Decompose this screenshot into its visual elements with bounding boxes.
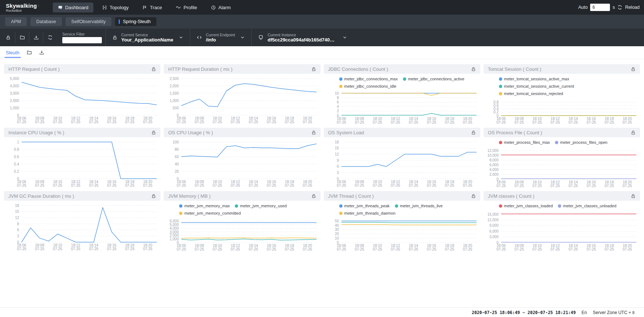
- chart-title: HTTP Request ( Count ): [8, 66, 151, 72]
- page-pill-database[interactable]: Database: [30, 17, 62, 26]
- time-range-picker[interactable]: 2020-07-25 18:06:49 ~ 2020-07-25 18:21:4…: [472, 310, 576, 315]
- svg-text:07-25: 07-25: [445, 183, 454, 187]
- svg-text:07-25: 07-25: [213, 120, 222, 124]
- legend-item[interactable]: meter_jvm_threads_live: [395, 203, 443, 209]
- svg-text:1: 1: [17, 140, 19, 144]
- lock-icon[interactable]: [471, 194, 476, 198]
- svg-text:6: 6: [337, 164, 339, 168]
- chevron-down-icon: [343, 35, 347, 40]
- svg-text:8,000: 8,000: [489, 158, 499, 162]
- lock-icon[interactable]: [471, 130, 476, 135]
- legend-item[interactable]: meter_jvm_memory_committed: [179, 210, 241, 217]
- reload-label[interactable]: Reload: [625, 5, 640, 10]
- legend-item[interactable]: meter_tomcat_sessions_active_current: [499, 83, 574, 90]
- legend-item[interactable]: meter_jvm_memory_used: [235, 203, 286, 209]
- chart-panel: Instance CPU Usage ( % )00.20.40.60.8118…: [4, 128, 160, 186]
- auto-interval-input[interactable]: [590, 4, 610, 11]
- svg-text:07-25: 07-25: [53, 247, 63, 251]
- page-pill-selfobservability[interactable]: SelfObservability: [66, 17, 112, 26]
- svg-text:1,000: 1,000: [10, 106, 19, 110]
- chart-plot: 00.20.40.60.8118:0607-2518:0807-2518:100…: [5, 139, 160, 189]
- current-endpoint-selector[interactable]: Current Endpoint /info: [190, 29, 251, 46]
- current-instance-selector[interactable]: Current Instance df5cc29cca094af4b165d74…: [251, 29, 354, 46]
- lock-templates-icon[interactable]: [1, 32, 15, 43]
- menu-item-trace[interactable]: Trace: [137, 3, 167, 12]
- chart-plot: 0102030405018:0607-2518:0807-2518:1007-2…: [325, 217, 480, 253]
- legend-dot: [555, 141, 558, 144]
- menu-label: Topology: [110, 5, 129, 10]
- lock-icon[interactable]: [311, 130, 316, 135]
- chart-body: 036912151818:0607-2518:0807-2518:1007-25…: [4, 201, 160, 250]
- lock-icon[interactable]: [471, 67, 476, 72]
- svg-text:07-25: 07-25: [622, 120, 632, 124]
- svg-text:07-25: 07-25: [586, 120, 596, 124]
- chart-header: JVM Thread ( Count ): [324, 191, 480, 201]
- lock-icon[interactable]: [151, 194, 156, 198]
- legend-item[interactable]: meter_tomcat_sessions_rejected: [499, 90, 563, 97]
- menu-item-alarm[interactable]: Alarm: [206, 3, 236, 12]
- language-toggle[interactable]: En: [582, 310, 587, 315]
- lock-icon[interactable]: [631, 130, 636, 135]
- chart-title: JVM Thread ( Count ): [328, 193, 471, 199]
- svg-text:07-25: 07-25: [514, 120, 524, 124]
- svg-text:2: 2: [337, 109, 339, 113]
- legend-item[interactable]: meter_process_files_open: [555, 139, 607, 146]
- chart-title: OS CPU Usage ( % ): [168, 130, 311, 135]
- legend-item[interactable]: meter_tomcat_sessions_active_max: [499, 76, 569, 83]
- chart-header: HTTP Request Duration ( ms ): [164, 64, 320, 74]
- legend-label: meter_jvm_threads_peak: [344, 203, 390, 209]
- current-service-selector[interactable]: Current Service Your_ApplicationName: [106, 29, 190, 46]
- menu-item-profile[interactable]: Profile: [171, 3, 202, 12]
- page-pill-spring-sleuth[interactable]: Spring-Sleuth: [115, 17, 156, 26]
- legend-dot: [339, 204, 343, 208]
- svg-text:07-25: 07-25: [213, 247, 222, 251]
- chart-header: JVM classes ( Count ): [484, 191, 640, 201]
- legend-item[interactable]: meter_jvm_memory_max: [179, 203, 230, 209]
- tab-sleuth[interactable]: Sleuth: [6, 46, 19, 59]
- svg-text:1,500: 1,500: [170, 91, 179, 95]
- chart-legend: meter_jvm_threads_peakmeter_jvm_threads_…: [325, 203, 480, 217]
- svg-text:07-25: 07-25: [285, 247, 295, 251]
- legend-item[interactable]: meter_process_files_max: [499, 139, 550, 146]
- svg-text:6: 6: [17, 228, 19, 232]
- alarm-icon: [211, 5, 216, 10]
- chart-legend: meter_process_files_maxmeter_process_fil…: [484, 139, 639, 146]
- legend-item[interactable]: meter_jvm_classes_unloaded: [558, 203, 617, 209]
- svg-text:07-25: 07-25: [409, 120, 418, 124]
- lock-icon[interactable]: [631, 194, 636, 198]
- legend-item[interactable]: meter_jvm_threads_peak: [339, 203, 390, 209]
- page-pill-apm[interactable]: APM: [5, 17, 27, 26]
- chart-body: 05001,0001,5002,0002,50018:0607-2518:080…: [164, 74, 320, 123]
- download-icon[interactable]: [29, 32, 43, 43]
- legend-item[interactable]: meter_jvm_classes_loaded: [499, 203, 553, 209]
- download-icon[interactable]: [39, 50, 44, 55]
- legend-label: meter_jvm_threads_daemon: [344, 210, 396, 217]
- lock-icon[interactable]: [631, 67, 636, 72]
- chart-panel: OS Process File ( Count )meter_process_f…: [484, 128, 640, 186]
- lock-icon[interactable]: [311, 194, 316, 198]
- lock-icon[interactable]: [151, 67, 156, 72]
- footer-bar: 2020-07-25 18:06:49 ~ 2020-07-25 18:21:4…: [0, 307, 644, 317]
- app-logo[interactable]: Skywalking Rocketbot: [6, 3, 40, 12]
- legend-item[interactable]: meter_jdbc_connections_max: [339, 76, 398, 83]
- reload-icon[interactable]: [617, 5, 622, 10]
- lock-icon[interactable]: [311, 67, 316, 72]
- refresh-icon[interactable]: [43, 32, 57, 43]
- zone-value-input[interactable]: 8: [632, 310, 637, 315]
- legend-item[interactable]: meter_jvm_threads_daemon: [339, 210, 396, 217]
- svg-text:07-25: 07-25: [53, 183, 63, 187]
- legend-item[interactable]: meter_jdbc_connections_idle: [339, 83, 396, 90]
- svg-text:07-25: 07-25: [496, 184, 506, 188]
- service-filter-input[interactable]: [62, 37, 102, 43]
- svg-text:07-25: 07-25: [303, 183, 312, 187]
- svg-text:07-25: 07-25: [604, 120, 614, 124]
- lock-icon[interactable]: [151, 130, 156, 135]
- menu-item-topology[interactable]: Topology: [97, 3, 134, 12]
- folder-icon[interactable]: [27, 50, 32, 55]
- folder-icon[interactable]: [15, 32, 29, 43]
- svg-text:07-25: 07-25: [427, 120, 436, 124]
- legend-item[interactable]: meter_jdbc_connections_active: [403, 76, 465, 83]
- menu-item-dashboard[interactable]: Dashboard: [53, 3, 94, 12]
- legend-dot: [499, 85, 502, 88]
- legend-dot: [339, 212, 343, 215]
